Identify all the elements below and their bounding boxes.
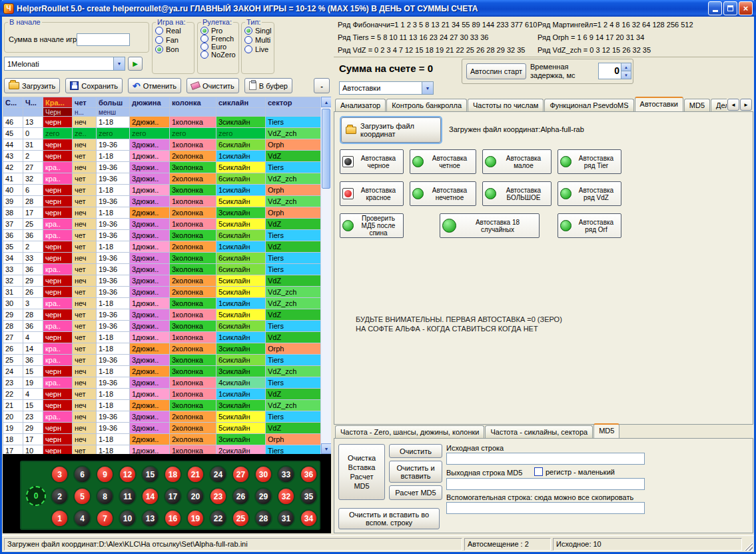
board-number-14[interactable]: 14: [141, 487, 159, 505]
board-number-17[interactable]: 17: [164, 487, 182, 505]
board-number-22[interactable]: 22: [209, 509, 227, 527]
radio-option-fan[interactable]: Fan: [155, 36, 191, 44]
board-number-27[interactable]: 27: [232, 465, 250, 483]
board-number-36[interactable]: 36: [300, 465, 318, 483]
table-row[interactable]: 4613черннеч1-182дюжи..1колонка3сиклайнTi…: [3, 117, 321, 128]
table-row[interactable]: 2614кра..чет1-182дюжи..2колонка3сиклайнO…: [3, 343, 321, 355]
autobet-button-2[interactable]: Автоставка малое: [482, 149, 552, 174]
autobet-button-3[interactable]: Автоставка ряд Tier: [558, 149, 621, 174]
autobet-button-1[interactable]: Автоставка четное: [410, 149, 476, 174]
radio-option-multi[interactable]: Multi: [244, 36, 271, 44]
tab-main-6[interactable]: Делени: [711, 99, 727, 111]
table-row[interactable]: 3636кра..чет19-363дюжи..3колонка6сиклайн…: [3, 230, 321, 241]
board-number-24[interactable]: 24: [209, 465, 227, 483]
table-row[interactable]: 2319кра..неч19-363дюжи..1колонка4сиклайн…: [3, 377, 321, 389]
board-number-28[interactable]: 28: [254, 509, 272, 527]
table-row[interactable]: 224чернчет1-181дюжи..1колонка1сиклайнVdZ: [3, 389, 321, 400]
board-number-19[interactable]: 19: [187, 509, 204, 527]
delay-spinner[interactable]: 0 ▲ ▼: [598, 63, 631, 79]
board-number-21[interactable]: 21: [187, 465, 204, 483]
tab-main-5[interactable]: MD5: [684, 99, 710, 111]
board-number-26[interactable]: 26: [232, 487, 250, 505]
radio-option-live[interactable]: Live: [244, 45, 271, 53]
table-row[interactable]: 3817черннеч1-182дюжи..2колонка3сиклайнOr…: [3, 207, 321, 219]
board-number-3[interactable]: 3: [51, 465, 69, 483]
output-string-input[interactable]: [446, 478, 645, 490]
table-row[interactable]: 2023кра..неч19-363дюжи..2колонка5сиклайн…: [3, 411, 321, 423]
play-button[interactable]: ▶: [128, 57, 143, 71]
spinner-up-icon[interactable]: ▲: [621, 63, 631, 71]
board-number-7[interactable]: 7: [96, 509, 114, 527]
board-number-20[interactable]: 20: [187, 487, 204, 505]
aux-string-input[interactable]: [446, 502, 645, 514]
board-number-16[interactable]: 16: [164, 509, 182, 527]
table-row[interactable]: 1817черннеч1-182дюжи..2колонка3сиклайнOr…: [3, 434, 321, 445]
md5-big-button[interactable]: Очистка Вставка Расчет MD5: [338, 444, 385, 500]
save-button[interactable]: Сохранить: [65, 78, 123, 93]
table-row[interactable]: 3725кра..неч19-363дюжи..1колонка5сиклайн…: [3, 219, 321, 230]
board-number-15[interactable]: 15: [141, 465, 159, 483]
column-header[interactable]: дюжина: [130, 97, 170, 108]
source-string-input[interactable]: [446, 453, 645, 465]
resize-grip[interactable]: [744, 542, 753, 551]
table-row[interactable]: 3126чернчет19-363дюжи..2колонка5сиклайнV…: [3, 287, 321, 298]
tab-bottom-0[interactable]: Частота - Zero, шансы, дюжины, колонки: [335, 425, 484, 438]
board-number-35[interactable]: 35: [300, 487, 318, 505]
table-row[interactable]: 274чернчет1-181дюжи..1колонка1сиклайнVdZ: [3, 332, 321, 343]
tab-main-3[interactable]: Функционал PsevdoMS: [544, 99, 633, 111]
table-row[interactable]: 3928чернчет19-363дюжи..1колонка5сиклайнV…: [3, 196, 321, 207]
radio-option-real[interactable]: Real: [155, 27, 191, 35]
minimize-button[interactable]: [708, 1, 722, 15]
board-number-18[interactable]: 18: [164, 465, 182, 483]
spinner-down-icon[interactable]: ▼: [621, 71, 631, 79]
autobet-button-4[interactable]: Автоставка красное: [340, 181, 404, 206]
radio-option-singl[interactable]: Singl: [244, 27, 271, 35]
table-row[interactable]: 1710чернчет1-181дюжи..1колонка2сиклайнTi…: [3, 445, 321, 455]
tab-main-2[interactable]: Частоты по числам: [468, 99, 544, 111]
start-sum-input[interactable]: [77, 33, 130, 46]
column-header[interactable]: С...: [3, 97, 23, 108]
table-row[interactable]: 1929черннеч19-363дюжи..2колонка5сиклайнV…: [3, 423, 321, 434]
table-row[interactable]: 303кра..неч1-181дюжи..3колонка1сиклайнVd…: [3, 298, 321, 309]
board-number-12[interactable]: 12: [119, 465, 137, 483]
table-scrollbar[interactable]: ▲ ▼: [320, 97, 331, 454]
board-number-31[interactable]: 31: [277, 509, 295, 527]
board-number-23[interactable]: 23: [209, 487, 227, 505]
chevron-down-icon[interactable]: ▼: [113, 57, 125, 70]
close-button[interactable]: ×: [739, 1, 753, 15]
table-row[interactable]: 4227кра..неч19-363дюжи..3колонка5сиклайн…: [3, 162, 321, 173]
autobet-button-10[interactable]: Автоставка ряд Orf: [558, 213, 621, 238]
table-row[interactable]: 450zeroze..zerozerozerozeroVdZ_zch: [3, 128, 321, 139]
md5-clear-button[interactable]: Очистить: [389, 444, 442, 458]
table-row[interactable]: 2415черннеч1-182дюжи..3колонка3сиклайнVd…: [3, 366, 321, 377]
tab-main-0[interactable]: Анализатор: [335, 99, 386, 111]
table-row[interactable]: 432чернчет1-181дюжи..2колонка1сиклайнVdZ: [3, 151, 321, 162]
board-number-4[interactable]: 4: [73, 509, 91, 527]
tab-scroll-right-icon[interactable]: ►: [740, 99, 752, 111]
board-zero[interactable]: 0: [26, 486, 46, 506]
chevron-down-icon[interactable]: ▼: [422, 82, 433, 94]
radio-option-euro[interactable]: Euro: [200, 43, 236, 51]
table-row[interactable]: 2115черннеч1-182дюжи..3колонка3сиклайнVd…: [3, 400, 321, 411]
radio-option-nozero[interactable]: NoZero: [200, 51, 236, 59]
table-row[interactable]: 2536кра..чет19-363дюжи..3колонка6сиклайн…: [3, 355, 321, 366]
profile-combobox[interactable]: 1Melonati ▼: [4, 57, 125, 71]
autobet-button-9[interactable]: Автоставка 18 случайных: [440, 213, 540, 238]
scroll-down-icon[interactable]: ▼: [321, 443, 331, 454]
board-number-34[interactable]: 34: [300, 509, 318, 527]
radio-option-pro[interactable]: Pro: [200, 27, 236, 35]
autobet-button-6[interactable]: Автоставка БОЛЬШОЕ: [482, 181, 552, 206]
board-number-9[interactable]: 9: [96, 465, 114, 483]
column-header[interactable]: больш: [97, 97, 130, 108]
board-number-10[interactable]: 10: [119, 509, 137, 527]
autobet-button-8[interactable]: Проверить МД5 после спина: [340, 213, 404, 238]
undo-button[interactable]: ↶Отменить: [128, 78, 181, 93]
column-header[interactable]: сектор: [266, 97, 321, 108]
checkbox-icon[interactable]: [534, 467, 543, 476]
board-number-33[interactable]: 33: [277, 465, 295, 483]
board-number-1[interactable]: 1: [51, 509, 69, 527]
column-header[interactable]: Ч...: [23, 97, 43, 108]
tab-main-4[interactable]: Автоставки: [635, 97, 683, 111]
md5-aux-button[interactable]: Очистить и вставить во вспом. строку: [338, 508, 440, 529]
autospin-start-button[interactable]: Автоспин старт: [466, 63, 526, 79]
